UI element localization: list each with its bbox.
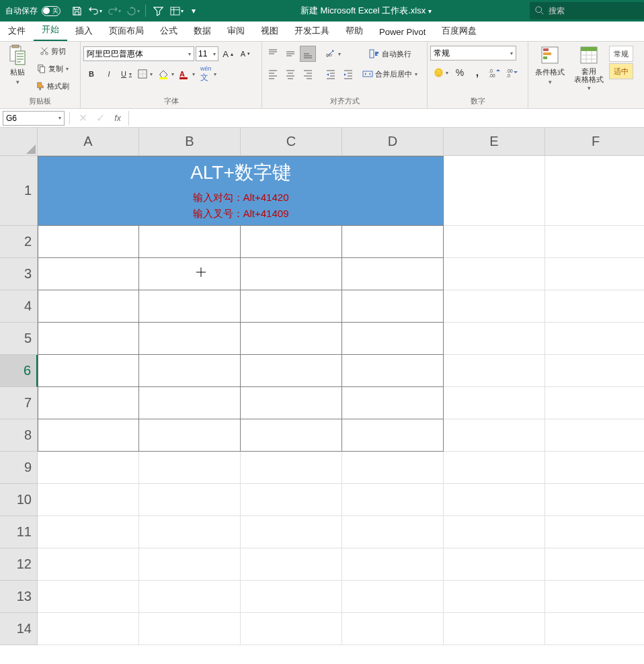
wrap-text-button[interactable]: 自动换行 bbox=[360, 46, 419, 62]
cell[interactable] bbox=[545, 419, 644, 452]
font-name-combo[interactable]: 阿里巴巴普惠体▾ bbox=[83, 46, 194, 61]
tab-developer[interactable]: 开发工具 bbox=[286, 21, 337, 41]
align-right-button[interactable] bbox=[300, 66, 316, 82]
cell[interactable] bbox=[241, 452, 342, 484]
tab-layout[interactable]: 页面布局 bbox=[101, 21, 152, 41]
cell[interactable] bbox=[241, 258, 342, 290]
tab-powerpivot[interactable]: Power Pivot bbox=[371, 23, 434, 41]
cell[interactable] bbox=[139, 613, 241, 645]
cell[interactable] bbox=[139, 290, 241, 323]
cell[interactable] bbox=[545, 548, 644, 581]
increase-indent-button[interactable] bbox=[340, 66, 356, 82]
cell[interactable] bbox=[139, 548, 241, 581]
percent-button[interactable]: % bbox=[452, 65, 468, 81]
row-header[interactable]: 2 bbox=[0, 226, 38, 258]
cell[interactable] bbox=[342, 355, 444, 387]
border-button[interactable]: ▾ bbox=[136, 66, 155, 82]
format-painter-button[interactable]: 格式刷 bbox=[34, 78, 71, 94]
cell[interactable] bbox=[342, 484, 444, 516]
autosave-toggle[interactable]: 自动保存 关 bbox=[0, 5, 66, 17]
enter-formula-icon[interactable]: ✓ bbox=[92, 111, 108, 126]
cell[interactable] bbox=[38, 581, 139, 613]
cell[interactable] bbox=[241, 355, 342, 387]
row-header[interactable]: 3 bbox=[0, 258, 38, 290]
row-header[interactable]: 10 bbox=[0, 484, 38, 516]
cell[interactable] bbox=[241, 613, 342, 645]
tab-data[interactable]: 数据 bbox=[186, 21, 219, 41]
cell[interactable] bbox=[139, 387, 241, 419]
cell[interactable] bbox=[241, 484, 342, 516]
decrease-decimal-button[interactable]: .00.0 bbox=[504, 65, 520, 81]
row-header[interactable]: 13 bbox=[0, 581, 38, 613]
col-header[interactable]: B bbox=[139, 128, 241, 156]
cell[interactable] bbox=[38, 387, 139, 419]
phonetic-button[interactable]: wén文▾ bbox=[198, 66, 219, 82]
cell[interactable] bbox=[342, 452, 444, 484]
tab-formula[interactable]: 公式 bbox=[152, 21, 186, 41]
cell[interactable] bbox=[139, 484, 241, 516]
cell[interactable] bbox=[545, 581, 644, 613]
cell[interactable] bbox=[342, 258, 444, 290]
cell[interactable] bbox=[444, 355, 545, 387]
underline-button[interactable]: U▾ bbox=[118, 66, 134, 82]
row-header[interactable]: 7 bbox=[0, 387, 38, 419]
tab-home[interactable]: 开始 bbox=[34, 19, 67, 41]
cell[interactable] bbox=[241, 323, 342, 355]
cell[interactable] bbox=[38, 226, 139, 258]
cell[interactable] bbox=[545, 355, 644, 387]
row-header[interactable]: 6 bbox=[0, 355, 38, 387]
col-header[interactable]: D bbox=[342, 128, 444, 156]
style-neutral[interactable]: 适中 bbox=[609, 63, 633, 79]
cell[interactable] bbox=[545, 258, 644, 290]
cell[interactable] bbox=[342, 387, 444, 419]
cell[interactable] bbox=[342, 323, 444, 355]
cell[interactable] bbox=[38, 613, 139, 645]
cell[interactable] bbox=[545, 156, 644, 226]
tab-view[interactable]: 视图 bbox=[253, 21, 286, 41]
cell[interactable] bbox=[241, 290, 342, 323]
font-color-button[interactable]: A▾ bbox=[177, 66, 197, 82]
cell[interactable] bbox=[545, 452, 644, 484]
name-box[interactable]: G6▾ bbox=[3, 111, 65, 126]
cell[interactable] bbox=[342, 613, 444, 645]
row-header[interactable]: 5 bbox=[0, 323, 38, 355]
cell[interactable] bbox=[241, 548, 342, 581]
tab-file[interactable]: 文件 bbox=[0, 21, 34, 41]
cell[interactable] bbox=[342, 226, 444, 258]
decrease-font-button[interactable]: A▾ bbox=[237, 46, 253, 62]
undo-button[interactable]: ▾ bbox=[87, 3, 104, 19]
cells-container[interactable]: ALT+数字键 输入对勾：Alt+41420 输入叉号：Alt+41409 bbox=[38, 156, 644, 664]
align-left-button[interactable] bbox=[265, 66, 281, 82]
cell[interactable] bbox=[545, 290, 644, 323]
cell[interactable] bbox=[444, 613, 545, 645]
tab-baidu[interactable]: 百度网盘 bbox=[434, 21, 485, 41]
cell[interactable] bbox=[444, 323, 545, 355]
cell[interactable] bbox=[545, 516, 644, 548]
conditional-format-button[interactable]: 条件格式▾ bbox=[531, 43, 569, 87]
cell[interactable] bbox=[241, 419, 342, 452]
cell[interactable] bbox=[38, 290, 139, 323]
title-dropdown-icon[interactable]: ▾ bbox=[428, 7, 432, 15]
cell[interactable] bbox=[139, 226, 241, 258]
cell[interactable] bbox=[342, 548, 444, 581]
cell[interactable] bbox=[545, 387, 644, 419]
row-header[interactable]: 4 bbox=[0, 290, 38, 323]
font-size-combo[interactable]: 11▾ bbox=[196, 46, 218, 61]
cell[interactable] bbox=[444, 258, 545, 290]
tab-review[interactable]: 审阅 bbox=[219, 21, 253, 41]
qat-more-icon[interactable]: ▾ bbox=[188, 3, 200, 19]
cell[interactable] bbox=[444, 484, 545, 516]
cell[interactable] bbox=[38, 484, 139, 516]
insert-function-button[interactable]: fx bbox=[110, 111, 126, 126]
fill-color-button[interactable]: ▾ bbox=[156, 66, 176, 82]
table-format-button[interactable]: 套用 表格格式▾ bbox=[570, 43, 608, 93]
cell[interactable] bbox=[444, 581, 545, 613]
filter-icon[interactable] bbox=[150, 3, 166, 19]
cell[interactable] bbox=[139, 258, 241, 290]
cell[interactable] bbox=[139, 355, 241, 387]
cell[interactable] bbox=[444, 419, 545, 452]
col-header[interactable]: E bbox=[444, 128, 545, 156]
cell[interactable] bbox=[241, 387, 342, 419]
cell[interactable] bbox=[342, 419, 444, 452]
cell[interactable] bbox=[545, 323, 644, 355]
